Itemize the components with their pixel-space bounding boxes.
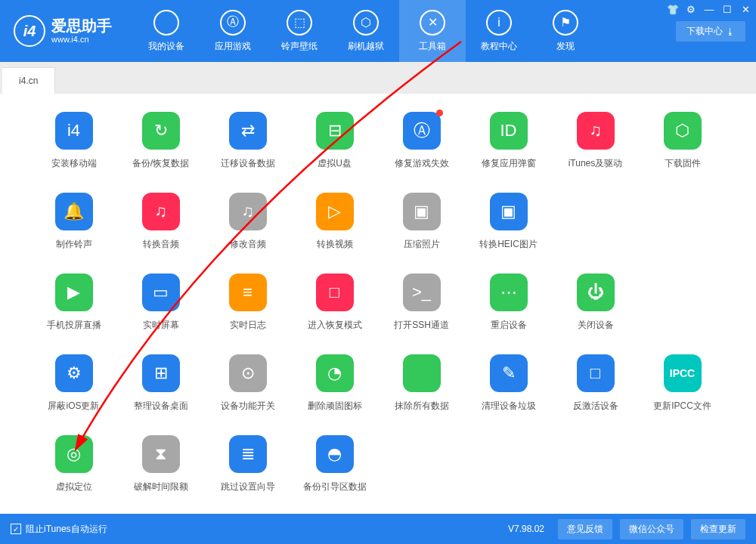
nav-icon: ✕ — [420, 10, 445, 36]
tool-icon: ♫ — [142, 193, 180, 230]
settings-icon[interactable]: ⚙ — [685, 3, 697, 15]
tool-icon: ▣ — [403, 193, 441, 230]
tool-item[interactable]: ↻备份/恢复数据 — [117, 112, 204, 170]
nav-item-2[interactable]: ⬚铃声壁纸 — [266, 0, 333, 62]
tool-item[interactable]: ▣压缩照片 — [378, 193, 465, 251]
tool-item[interactable]: ◔删除顽固图标 — [291, 354, 378, 413]
tool-label: 修复游戏失效 — [395, 157, 449, 170]
tool-icon: □ — [316, 274, 354, 311]
tool-icon: ⬡ — [664, 112, 702, 150]
logo: i4 爱思助手 www.i4.cn — [14, 15, 112, 47]
tool-label: 转换HEIC图片 — [479, 238, 538, 251]
tool-item[interactable]: ♫iTunes及驱动 — [552, 112, 639, 170]
tool-icon: >_ — [403, 274, 441, 311]
tool-label: 安装移动端 — [51, 157, 97, 170]
tool-item[interactable]: ▣转换HEIC图片 — [465, 193, 552, 251]
tool-icon: ▣ — [490, 193, 528, 230]
tool-icon: ▷ — [316, 193, 354, 230]
tool-item[interactable]: ◓备份引导区数据 — [291, 435, 378, 493]
tool-item[interactable]: ◎虚拟定位 — [30, 435, 117, 493]
tool-label: 虚拟U盘 — [318, 157, 352, 170]
tool-item[interactable]: ⊟虚拟U盘 — [291, 112, 378, 170]
tool-item[interactable]: ⬡下载固件 — [639, 112, 726, 170]
tool-icon: ♫ — [577, 112, 615, 150]
block-itunes-checkbox[interactable]: ✓ 阻止iTunes自动运行 — [11, 523, 107, 536]
tool-icon: ⊞ — [142, 354, 180, 392]
tool-item[interactable]: ≡实时日志 — [204, 274, 291, 332]
tool-item[interactable]: >_打开SSH通道 — [378, 274, 465, 332]
download-center-label: 下载中心 — [686, 25, 723, 38]
update-button[interactable]: 检查更新 — [691, 519, 745, 539]
tool-item[interactable]: ♫转换音频 — [117, 193, 204, 251]
tool-label: 实时日志 — [230, 319, 266, 332]
nav-item-5[interactable]: i教程中心 — [466, 0, 532, 62]
nav-label: 教程中心 — [481, 40, 517, 53]
tool-item[interactable]: □进入恢复模式 — [291, 274, 378, 332]
minimize-icon[interactable]: — — [703, 3, 715, 15]
tool-label: 重启设备 — [491, 319, 527, 332]
tool-item[interactable]: ▶手机投屏直播 — [30, 274, 117, 332]
tool-item[interactable]: ID修复应用弹窗 — [465, 112, 552, 170]
nav-item-3[interactable]: ⬡刷机越狱 — [333, 0, 399, 62]
main-nav: 我的设备Ⓐ应用游戏⬚铃声壁纸⬡刷机越狱✕工具箱i教程中心⚑发现 — [133, 0, 599, 62]
tool-item[interactable]: ▷转换视频 — [291, 193, 378, 251]
tool-label: 修改音频 — [230, 238, 266, 251]
wechat-button[interactable]: 微信公众号 — [620, 519, 683, 539]
tool-item[interactable]: i4安装移动端 — [30, 112, 117, 170]
tool-label: 转换音频 — [143, 238, 179, 251]
download-center-button[interactable]: 下载中心 ⭳ — [676, 21, 745, 42]
tool-item[interactable]: ≣跳过设置向导 — [204, 435, 291, 493]
nav-label: 我的设备 — [148, 40, 184, 53]
header: i4 爱思助手 www.i4.cn 我的设备Ⓐ应用游戏⬚铃声壁纸⬡刷机越狱✕工具… — [0, 0, 756, 62]
tool-item[interactable]: ⊙设备功能开关 — [204, 354, 291, 413]
tool-item[interactable]: IPCC更新IPCC文件 — [639, 354, 726, 413]
version-label: V7.98.02 — [508, 524, 544, 534]
nav-item-1[interactable]: Ⓐ应用游戏 — [200, 0, 266, 62]
tool-item[interactable]: ▭实时屏幕 — [117, 274, 204, 332]
tool-icon: ◎ — [55, 435, 93, 473]
nav-label: 铃声壁纸 — [281, 40, 318, 53]
tool-icon: 🔔 — [55, 193, 93, 230]
logo-icon: i4 — [14, 15, 45, 47]
tool-item[interactable]: ⋯重启设备 — [465, 274, 552, 332]
nav-label: 刷机越狱 — [348, 40, 384, 53]
tool-item[interactable]: 抹除所有数据 — [378, 354, 465, 413]
tool-item[interactable]: ⊞整理设备桌面 — [117, 354, 204, 413]
maximize-icon[interactable]: ☐ — [721, 3, 733, 15]
tool-icon: ◔ — [316, 354, 354, 392]
nav-item-4[interactable]: ✕工具箱 — [399, 0, 466, 62]
tool-item[interactable]: □反激活设备 — [552, 354, 639, 413]
tool-label: 破解时间限额 — [134, 481, 188, 493]
tool-item[interactable]: ⚙屏蔽iOS更新 — [30, 354, 117, 413]
logo-title: 爱思助手 — [51, 17, 112, 35]
close-icon[interactable]: ✕ — [739, 3, 751, 15]
tool-item[interactable]: 🔔制作铃声 — [30, 193, 117, 251]
tool-label: 备份/恢复数据 — [132, 157, 189, 170]
nav-icon: Ⓐ — [220, 10, 246, 36]
tool-item[interactable]: Ⓐ修复游戏失效 — [378, 112, 465, 170]
nav-icon: i — [486, 10, 512, 36]
shirt-icon[interactable]: 👕 — [667, 3, 679, 15]
nav-label: 工具箱 — [419, 40, 446, 53]
tool-label: 实时屏幕 — [143, 319, 179, 332]
tool-label: 下载固件 — [665, 157, 701, 170]
footer: ✓ 阻止iTunes自动运行 V7.98.02 意见反馈 微信公众号 检查更新 — [0, 514, 756, 544]
tool-item[interactable]: ⧗破解时间限额 — [117, 435, 204, 493]
tool-item[interactable]: ✎清理设备垃圾 — [465, 354, 552, 413]
nav-item-0[interactable]: 我的设备 — [133, 0, 200, 62]
nav-item-6[interactable]: ⚑发现 — [532, 0, 599, 62]
nav-icon: ⬡ — [353, 10, 379, 36]
tool-icon: ⊙ — [229, 354, 267, 392]
tool-item[interactable]: ⇄迁移设备数据 — [204, 112, 291, 170]
tool-label: 虚拟定位 — [56, 481, 92, 493]
tool-label: 手机投屏直播 — [47, 319, 101, 332]
tool-icon: ≡ — [229, 274, 267, 311]
tool-icon: ↻ — [142, 112, 180, 150]
tool-item[interactable]: ♫修改音频 — [204, 193, 291, 251]
tab-i4cn[interactable]: i4.cn — [2, 67, 55, 94]
nav-label: 应用游戏 — [215, 40, 251, 53]
window-controls: 👕 ⚙ — ☐ ✕ — [667, 3, 751, 15]
feedback-button[interactable]: 意见反馈 — [558, 519, 612, 539]
tool-item[interactable]: ⏻关闭设备 — [552, 274, 639, 332]
tool-icon: ⋯ — [490, 274, 528, 311]
